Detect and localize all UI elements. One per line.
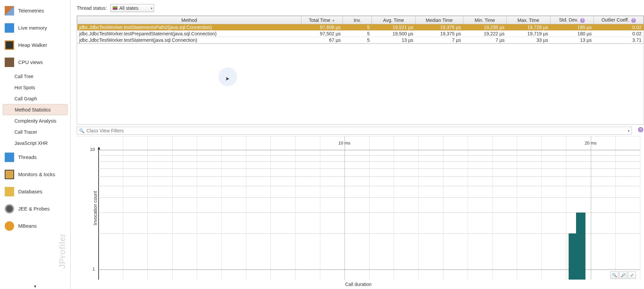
sidebar-sub-calltracer[interactable]: Call Tracer xyxy=(3,126,68,137)
sidebar-sub-calltree[interactable]: Call Tree xyxy=(3,71,68,82)
table-row[interactable]: jdbc.JdbcTestWorker.testPreparedStatemen… xyxy=(77,31,644,37)
sidebar-sub-methodstatistics[interactable]: Method Statistics xyxy=(3,104,68,115)
fit-button[interactable]: ⤢ xyxy=(628,271,636,279)
sidebar-sub-hotspots[interactable]: Hot Spots xyxy=(3,82,68,93)
y-tick-label: 10 xyxy=(88,147,95,152)
gridline-v xyxy=(418,136,419,280)
x-tick-label: 20 ms xyxy=(585,140,597,146)
histogram-bar[interactable] xyxy=(576,213,585,280)
table-row[interactable]: jdbc.JdbcTestWorker.testStatement(java.s… xyxy=(77,37,644,43)
table-row[interactable]: jdbc.JdbcTestWorker.testStatementsPath2(… xyxy=(77,24,644,31)
chart-ylabel: Invocation count xyxy=(93,191,98,225)
sidebar-sub-javascriptxhr[interactable]: JavaScript XHR xyxy=(3,137,68,149)
col-inv[interactable]: Inv. xyxy=(343,16,372,24)
col-avgtime[interactable]: Avg. Time xyxy=(372,16,415,24)
sidebar-item-label: JEE & Probes xyxy=(18,206,49,212)
gridline-v xyxy=(172,136,173,280)
gridline-h xyxy=(98,233,640,234)
gridline-v xyxy=(369,136,369,280)
col-outliercoeff[interactable]: Outlier Coeff. ? xyxy=(594,16,643,24)
cell-inv: 5 xyxy=(343,37,372,43)
chevron-down-icon: ▾ xyxy=(151,6,152,10)
sidebar-item-label: MBeans xyxy=(18,223,37,229)
chart-area[interactable]: Invocation count ▲ 10 ms20 ms110 xyxy=(77,136,640,280)
col-label: Outlier Coeff. xyxy=(601,17,629,23)
cell-method: jdbc.JdbcTestWorker.testPreparedStatemen… xyxy=(77,31,301,37)
chart-xlabel: Call duration xyxy=(77,280,640,289)
sidebar-sub-complexityanalysis[interactable]: Complexity Analysis xyxy=(3,115,68,126)
cell-min: 19,235 µs xyxy=(463,24,506,31)
help-icon[interactable]: ? xyxy=(631,18,636,23)
gridline-v xyxy=(295,136,295,280)
gridline-v xyxy=(615,136,616,280)
call-duration-histogram: Invocation count ▲ 10 ms20 ms110 Call du… xyxy=(77,136,640,289)
gridline-v xyxy=(221,136,222,280)
sidebar-sub-label: Call Graph xyxy=(14,96,37,101)
gridline-v xyxy=(541,136,542,280)
sidebar-sub-label: Method Statistics xyxy=(15,107,51,113)
sidebar-item-threads[interactable]: Threads xyxy=(0,149,70,166)
cell-min: 19,222 µs xyxy=(463,31,506,37)
watermark: JProfiler xyxy=(57,233,68,269)
method-statistics-table: Method Total Time▼ Inv. Avg. Time Median… xyxy=(77,15,644,44)
telemetries-icon xyxy=(5,6,14,15)
chevron-down-icon[interactable]: ▾ xyxy=(628,129,630,133)
col-stddev[interactable]: Std. Dev. ? xyxy=(550,16,594,24)
cell-avg: 19,521 µs xyxy=(372,24,415,31)
gridline-v xyxy=(147,136,148,280)
sidebar-item-label: Live memory xyxy=(18,25,47,31)
cell-std: 180 µs xyxy=(550,31,594,37)
gridline-v xyxy=(566,136,566,280)
gridline-v xyxy=(443,136,443,280)
col-label: Std. Dev. xyxy=(559,17,578,23)
top-bar: Thread status: All states ▾ xyxy=(71,3,644,15)
sidebar-item-telemetries[interactable]: Telemetries xyxy=(0,2,70,19)
help-icon[interactable]: ? xyxy=(638,127,643,132)
col-totaltime[interactable]: Total Time▼ xyxy=(301,16,343,24)
class-view-filter[interactable]: 🔍 ▾ xyxy=(77,127,632,135)
thread-status-dropdown[interactable]: All states ▾ xyxy=(110,4,154,12)
col-label: Min. Time xyxy=(474,18,495,23)
cell-median: 7 µs xyxy=(415,37,463,43)
sidebar-item-mbeans[interactable]: MBeans xyxy=(0,217,70,234)
gridline-v xyxy=(640,136,640,280)
col-label: Median Time xyxy=(426,18,453,23)
sidebar-item-livememory[interactable]: Live memory xyxy=(0,19,70,36)
gridline-h xyxy=(98,269,640,270)
sidebar-item-databases[interactable]: Databases xyxy=(0,183,70,200)
databases-icon xyxy=(5,187,14,196)
col-maxtime[interactable]: Max. Time xyxy=(507,16,550,24)
search-icon: 🔍 xyxy=(79,128,84,133)
sidebar-item-label: Heap Walker xyxy=(18,42,47,48)
col-label: Total Time xyxy=(309,18,330,23)
sidebar-item-cpuviews[interactable]: CPU views xyxy=(0,54,70,71)
zoom-out-button[interactable]: 🔎 xyxy=(619,271,627,279)
table-empty-area: ➤ xyxy=(77,44,644,125)
scroll-down-icon[interactable]: ▼ xyxy=(33,284,37,288)
col-mediantime[interactable]: Median Time xyxy=(415,16,463,24)
col-label: Inv. xyxy=(354,18,361,23)
mbeans-icon xyxy=(5,221,14,231)
sidebar-item-monitors[interactable]: Monitors & locks xyxy=(0,166,70,183)
sidebar-item-heapwalker[interactable]: Heap Walker xyxy=(0,36,70,54)
cell-out: 0.02 xyxy=(594,24,643,31)
chart-tools: 🔍 🔎 ⤢ xyxy=(610,271,636,279)
col-mintime[interactable]: Min. Time xyxy=(463,16,506,24)
zoom-in-button[interactable]: 🔍 xyxy=(610,271,618,279)
cell-method: jdbc.JdbcTestWorker.testStatementsPath2(… xyxy=(77,24,301,31)
gridline-v xyxy=(345,136,345,280)
sidebar-item-jeeprobes[interactable]: JEE & Probes xyxy=(0,200,70,217)
cell-std: 185 µs xyxy=(550,24,594,31)
sidebar-sub-label: Complexity Analysis xyxy=(14,118,57,124)
sidebar-sub-callgraph[interactable]: Call Graph xyxy=(3,93,68,104)
cell-min: 7 µs xyxy=(463,37,506,43)
help-icon[interactable]: ? xyxy=(580,18,585,23)
filter-input[interactable] xyxy=(86,128,626,133)
sidebar-item-label: Monitors & locks xyxy=(18,171,55,177)
cpuviews-icon xyxy=(5,58,14,67)
col-label: Method xyxy=(181,18,197,23)
cell-std: 13 µs xyxy=(550,37,594,43)
col-method[interactable]: Method xyxy=(77,16,301,24)
cell-median: 19,375 µs xyxy=(415,24,463,31)
livememory-icon xyxy=(5,23,14,33)
